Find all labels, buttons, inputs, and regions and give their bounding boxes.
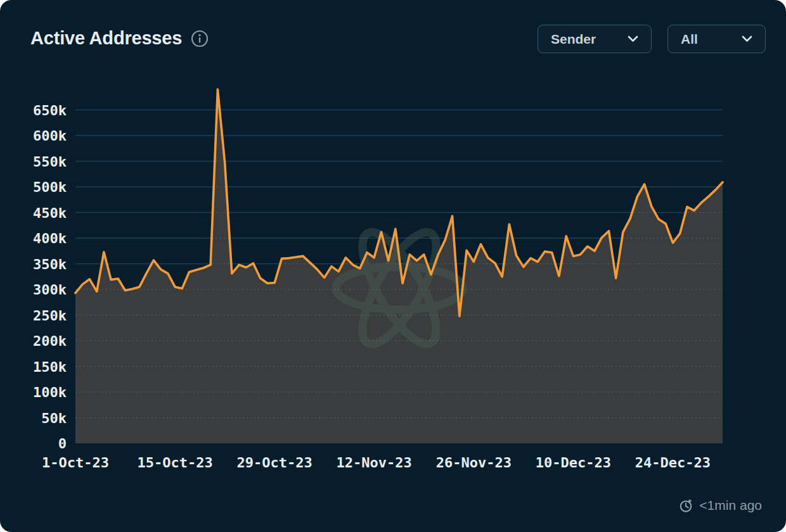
y-tick-label: 100k <box>33 384 67 400</box>
x-tick-label: 10-Dec-23 <box>536 455 611 471</box>
active-addresses-chart[interactable]: 050k100k150k200k250k300k350k400k450k500k… <box>0 0 786 532</box>
y-tick-label: 0 <box>58 436 67 452</box>
last-updated-text: <1min ago <box>699 498 762 513</box>
y-tick-label: 500k <box>33 179 67 195</box>
x-tick-label: 24-Dec-23 <box>635 455 711 471</box>
header: Active Addresses <box>30 28 209 49</box>
y-tick-label: 300k <box>33 282 67 298</box>
info-icon[interactable] <box>191 30 209 48</box>
y-tick-label: 600k <box>33 128 67 144</box>
x-tick-label: 29-Oct-23 <box>237 455 312 471</box>
last-updated: <1min ago <box>679 498 762 513</box>
x-tick-label: 26-Nov-23 <box>436 455 512 471</box>
metric-dropdown[interactable]: Sender <box>538 25 652 53</box>
chevron-down-icon <box>742 35 752 42</box>
y-tick-label: 50k <box>41 410 67 426</box>
x-tick-label: 15-Oct-23 <box>137 455 212 471</box>
active-addresses-card: 050k100k150k200k250k300k350k400k450k500k… <box>0 0 786 532</box>
y-tick-label: 450k <box>33 205 67 221</box>
y-tick-label: 650k <box>33 103 67 118</box>
filter-dropdown-value: All <box>681 32 698 47</box>
clock-refresh-icon <box>679 498 693 513</box>
y-tick-label: 400k <box>33 231 67 246</box>
y-tick-label: 550k <box>33 154 67 170</box>
y-tick-label: 150k <box>33 359 67 375</box>
y-tick-label: 350k <box>33 256 67 272</box>
y-tick-label: 200k <box>33 333 67 349</box>
filter-dropdown[interactable]: All <box>667 25 766 53</box>
chevron-down-icon <box>628 35 638 42</box>
y-tick-label: 250k <box>33 308 67 324</box>
x-tick-label: 1-Oct-23 <box>42 455 109 471</box>
page-title: Active Addresses <box>30 28 182 49</box>
x-tick-label: 12-Nov-23 <box>337 455 412 471</box>
metric-dropdown-value: Sender <box>551 32 596 47</box>
